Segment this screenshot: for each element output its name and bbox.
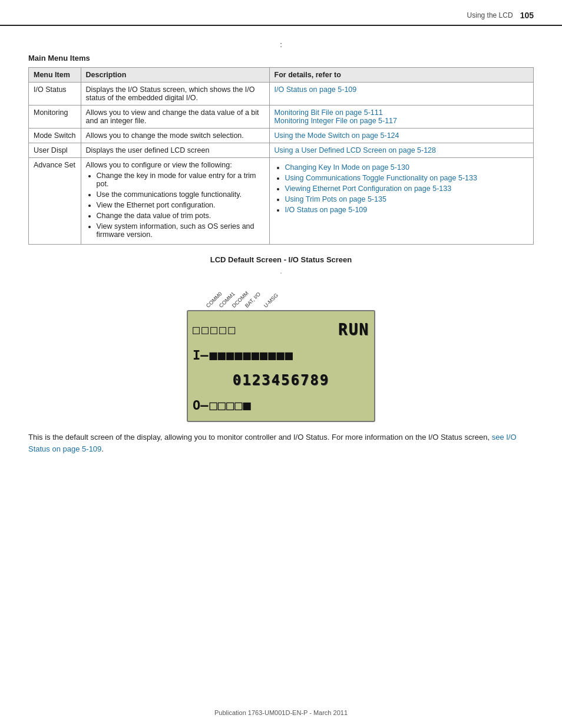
lcd-row1-left: □□□□□ [193,322,237,337]
header-label: Using the LCD [467,11,513,19]
links-monitoring: Monitoring Bit File on page 5-111 Monito… [269,106,533,129]
lcd-row3-digits: 0123456789 [233,372,330,388]
section-heading: Main Menu Items [28,54,534,62]
link-trim-pots-135[interactable]: Using Trim Pots on page 5-135 [285,195,386,203]
page-footer: Publication 1763-UM001D-EN-P - March 201… [0,709,562,716]
link-mode-switch-124[interactable]: Using the Mode Switch on page 5-124 [275,131,399,140]
header-page-number: 105 [520,11,534,20]
lcd-row4-prefix: O– [193,398,209,413]
link-user-defined-128[interactable]: Using a User Defined LCD Screen on page … [275,146,436,154]
desc-user-displ: Displays the user defined LCD screen [81,143,269,158]
list-item: Using Communications Toggle Functionalit… [285,174,528,182]
links-advance-set: Changing Key In Mode on page 5-130 Using… [269,158,533,245]
lcd-row4-blocks: □□□□■ [210,398,252,413]
list-item: Changing Key In Mode on page 5-130 [285,163,528,172]
link-monitoring-bit[interactable]: Monitoring Bit File on page 5-111 [275,108,383,117]
list-item: Viewing Ethernet Port Configuration on p… [285,185,528,193]
main-menu-table: Menu Item Description For details, refer… [28,67,534,245]
footer-text: Publication 1763-UM001D-EN-P - March 201… [214,709,348,716]
list-item: I/O Status on page 5-109 [285,206,528,214]
lcd-row-4: O– □□□□■ [193,398,369,413]
table-row: Mode Switch Allows you to change the mod… [29,129,534,143]
lcd-row2-prefix: I– [193,348,209,363]
link-key-in-mode-130[interactable]: Changing Key In Mode on page 5-130 [285,163,409,172]
lcd-label-u-msg: U-MSG [263,292,279,309]
page-header: Using the LCD 105 [0,0,562,26]
lcd-section-title: LCD Default Screen - I/O Status Screen [28,255,534,264]
list-item: Change the data value of trim pots. [97,212,265,220]
lcd-row-2: I– ■■■■■■■■■■ [193,348,369,363]
col-header-details: For details, refer to [269,68,533,83]
link-comm-toggle-133[interactable]: Using Communications Toggle Functionalit… [285,174,477,182]
link-io-status-109-2[interactable]: I/O Status on page 5-109 [285,206,368,214]
lcd-screen: □□□□□ RUN I– ■■■■■■■■■■ 0123456789 O– □□… [187,310,375,422]
links-mode-switch: Using the Mode Switch on page 5-124 [269,129,533,143]
desc-advance-set: Allows you to configure or view the foll… [81,158,269,245]
links-user-displ: Using a User Defined LCD Screen on page … [269,143,533,158]
link-monitoring-integer[interactable]: Monitoring Integer File on page 5-117 [275,117,397,125]
lcd-row-1: □□□□□ RUN [193,321,369,338]
lcd-row-3: 0123456789 [193,372,369,388]
body-text-1: This is the default screen of the displa… [28,433,490,442]
page-container: Using the LCD 105 : Main Menu Items Menu… [0,0,562,728]
menu-item-user-displ: User Displ [29,143,81,158]
desc-io-status: Displays the I/O Status screen, which sh… [81,83,269,106]
menu-item-mode-switch: Mode Switch [29,129,81,143]
menu-item-advance-set: Advance Set [29,158,81,245]
list-item: View system information, such as OS seri… [97,222,265,239]
dot-separator: . [28,268,534,275]
menu-item-io-status: I/O Status [29,83,81,106]
table-row: Advance Set Allows you to configure or v… [29,158,534,245]
advance-set-link-bullets: Changing Key In Mode on page 5-130 Using… [285,163,528,214]
lcd-diagram-area: COMM0 COMM1 DCOMM BAT, I/O U-MSG □□□□□ R… [28,281,534,422]
link-io-status-109[interactable]: I/O Status on page 5-109 [275,85,357,94]
body-text-2: . [101,444,104,453]
content-area: : Main Menu Items Menu Item Description … [0,26,562,483]
links-io-status: I/O Status on page 5-109 [269,83,533,106]
colon-separator: : [28,40,534,49]
table-row: Monitoring Allows you to view and change… [29,106,534,129]
body-text: This is the default screen of the displa… [28,431,534,454]
lcd-row1-right: RUN [338,321,369,338]
table-row: User Displ Displays the user defined LCD… [29,143,534,158]
link-ethernet-port-133[interactable]: Viewing Ethernet Port Configuration on p… [285,185,452,193]
list-item: Change the key in mode for value entry f… [97,172,265,188]
menu-item-monitoring: Monitoring [29,106,81,129]
col-header-description: Description [81,68,269,83]
advance-set-bullets: Change the key in mode for value entry f… [97,172,265,239]
table-row: I/O Status Displays the I/O Status scree… [29,83,534,106]
list-item: Use the communications toggle functional… [97,190,265,199]
col-header-menu-item: Menu Item [29,68,81,83]
lcd-row2-blocks: ■■■■■■■■■■ [210,348,293,363]
list-item: View the Ethernet port configuration. [97,201,265,209]
lcd-label-area: COMM0 COMM1 DCOMM BAT, I/O U-MSG [187,281,375,309]
list-item: Using Trim Pots on page 5-135 [285,195,528,203]
desc-monitoring: Allows you to view and change the data v… [81,106,269,129]
desc-mode-switch: Allows you to change the mode switch sel… [81,129,269,143]
